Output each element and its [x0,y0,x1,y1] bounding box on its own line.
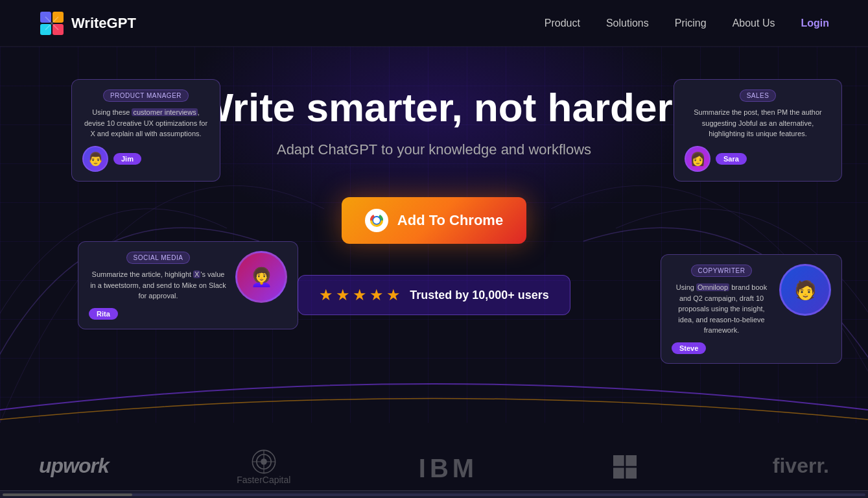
star-1: ★ [319,286,333,304]
svg-rect-17 [613,468,624,479]
hero-subtitle: Adapt ChatGPT to your knowledge and work… [13,141,855,158]
star-3: ★ [353,286,367,304]
logo-fastercapital: FasterCapital [237,449,290,485]
star-2: ★ [336,286,350,304]
navbar: WriteGPT Product Solutions Pricing About… [0,0,868,47]
nav-pricing[interactable]: Pricing [675,18,707,29]
logo-microsoft [605,454,644,480]
microsoft-icon [605,454,644,480]
hero-section: Product Manager Using these customer int… [0,47,868,423]
steve-label: Steve [672,342,706,354]
faster-capital-text: FasterCapital [237,475,290,485]
logo-upwork: upwork [39,454,109,480]
svg-rect-18 [626,468,637,479]
trust-text: Trusted by 10,000+ users [410,289,549,302]
logos-section: upwork FasterCapital IBM fiverr. [0,423,868,498]
star-4: ★ [369,286,384,304]
stars: ★ ★ ★ ★ ★ [319,286,401,304]
svg-rect-16 [626,455,637,466]
nav-links: Product Solutions Pricing About Us Login [545,18,829,29]
nav-product[interactable]: Product [545,18,580,29]
ibm-text: IBM [419,454,478,480]
scrollbar-thumb [3,493,132,496]
logo-ibm: IBM [419,454,478,480]
svg-point-9 [373,217,380,224]
trust-badge: ★ ★ ★ ★ ★ Trusted by 10,000+ users [298,275,570,315]
nav-about[interactable]: About Us [733,18,775,29]
cta-label: Add To Chrome [397,212,503,229]
upwork-text: upwork [39,454,109,480]
scrollbar-track [3,493,865,496]
nav-solutions[interactable]: Solutions [606,18,649,29]
chrome-icon [365,209,388,232]
fastercapital-icon [248,449,280,475]
hero-title: Write smarter, not harder [13,86,855,130]
steve-chip: Steve [672,342,771,354]
add-to-chrome-button[interactable]: Add To Chrome [342,197,526,244]
nav-login[interactable]: Login [801,18,829,29]
star-5: ★ [386,286,401,304]
scrollbar[interactable] [0,490,868,498]
svg-rect-15 [613,455,624,466]
logo[interactable]: WriteGPT [39,10,136,36]
logo-text: WriteGPT [71,15,136,32]
logo-fiverr: fiverr. [773,454,829,480]
fiverr-text: fiverr. [773,454,829,480]
logo-icon [39,10,65,36]
